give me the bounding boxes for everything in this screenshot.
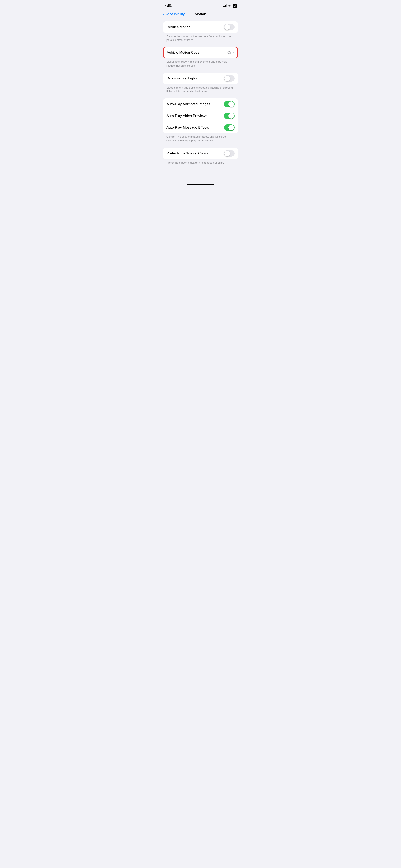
- status-bar: 4:51 54: [160, 0, 241, 10]
- autoplay-video-toggle[interactable]: [224, 113, 235, 119]
- toggle-knob: [228, 125, 234, 130]
- toggle-knob: [228, 113, 234, 119]
- vehicle-motion-group: Vehicle Motion Cues On › Visual dots fol…: [163, 47, 238, 71]
- dim-flashing-description: Video content that depicts repeated flas…: [163, 84, 238, 97]
- non-blinking-cursor-card: Prefer Non-Blinking Cursor: [163, 148, 238, 159]
- back-chevron-icon: ‹: [163, 12, 164, 16]
- nav-header: ‹ Accessibility Motion: [160, 10, 241, 20]
- vehicle-motion-card: Vehicle Motion Cues On ›: [163, 47, 238, 58]
- reduce-motion-row: Reduce Motion: [163, 21, 238, 33]
- vehicle-motion-label: Vehicle Motion Cues: [167, 51, 199, 55]
- battery-icon: 54: [233, 4, 237, 7]
- dim-flashing-row: Dim Flashing Lights: [163, 73, 238, 84]
- non-blinking-cursor-row: Prefer Non-Blinking Cursor: [163, 148, 238, 159]
- reduce-motion-group: Reduce Motion Reduce the motion of the u…: [163, 21, 238, 45]
- autoplay-video-row: Auto-Play Video Previews: [163, 110, 238, 122]
- reduce-motion-card: Reduce Motion: [163, 21, 238, 33]
- autoplay-message-row: Auto-Play Message Effects: [163, 122, 238, 133]
- toggle-knob: [224, 24, 230, 30]
- vehicle-motion-right: On ›: [227, 51, 234, 55]
- dim-flashing-group: Dim Flashing Lights Video content that d…: [163, 73, 238, 97]
- dim-flashing-label: Dim Flashing Lights: [166, 76, 197, 81]
- home-bar: [186, 184, 215, 185]
- non-blinking-cursor-toggle[interactable]: [224, 150, 235, 157]
- autoplay-group: Auto-Play Animated Images Auto-Play Vide…: [163, 98, 238, 146]
- autoplay-video-label: Auto-Play Video Previews: [166, 114, 207, 118]
- back-button[interactable]: ‹ Accessibility: [163, 12, 185, 16]
- non-blinking-cursor-description: Prefer the cursor indicator in text does…: [163, 159, 238, 168]
- chevron-right-icon: ›: [233, 51, 234, 55]
- page-title: Motion: [195, 12, 206, 16]
- autoplay-animated-toggle[interactable]: [224, 101, 235, 107]
- autoplay-animated-label: Auto-Play Animated Images: [166, 102, 210, 106]
- dim-flashing-toggle[interactable]: [224, 75, 235, 82]
- toggle-knob: [224, 151, 230, 156]
- status-icons: 54: [223, 4, 237, 7]
- autoplay-message-label: Auto-Play Message Effects: [166, 126, 209, 130]
- reduce-motion-toggle[interactable]: [224, 24, 235, 30]
- non-blinking-cursor-label: Prefer Non-Blinking Cursor: [166, 151, 209, 155]
- toggle-knob: [228, 101, 234, 107]
- home-indicator: [160, 182, 241, 187]
- autoplay-message-toggle[interactable]: [224, 124, 235, 131]
- reduce-motion-label: Reduce Motion: [166, 25, 190, 29]
- toggle-knob: [224, 75, 230, 81]
- vehicle-motion-description: Visual dots follow vehicle movement and …: [163, 58, 238, 71]
- vehicle-motion-row[interactable]: Vehicle Motion Cues On ›: [163, 48, 238, 58]
- reduce-motion-description: Reduce the motion of the user interface,…: [163, 33, 238, 45]
- autoplay-card: Auto-Play Animated Images Auto-Play Vide…: [163, 98, 238, 133]
- dim-flashing-card: Dim Flashing Lights: [163, 73, 238, 84]
- autoplay-animated-row: Auto-Play Animated Images: [163, 98, 238, 110]
- signal-icon: [223, 5, 227, 7]
- settings-content: Reduce Motion Reduce the motion of the u…: [160, 20, 241, 178]
- back-label: Accessibility: [165, 12, 185, 16]
- non-blinking-cursor-group: Prefer Non-Blinking Cursor Prefer the cu…: [163, 148, 238, 168]
- autoplay-description: Control if videos, animated images, and …: [163, 133, 238, 146]
- wifi-icon: [228, 4, 232, 7]
- status-time: 4:51: [165, 4, 172, 8]
- vehicle-motion-value: On: [227, 51, 232, 55]
